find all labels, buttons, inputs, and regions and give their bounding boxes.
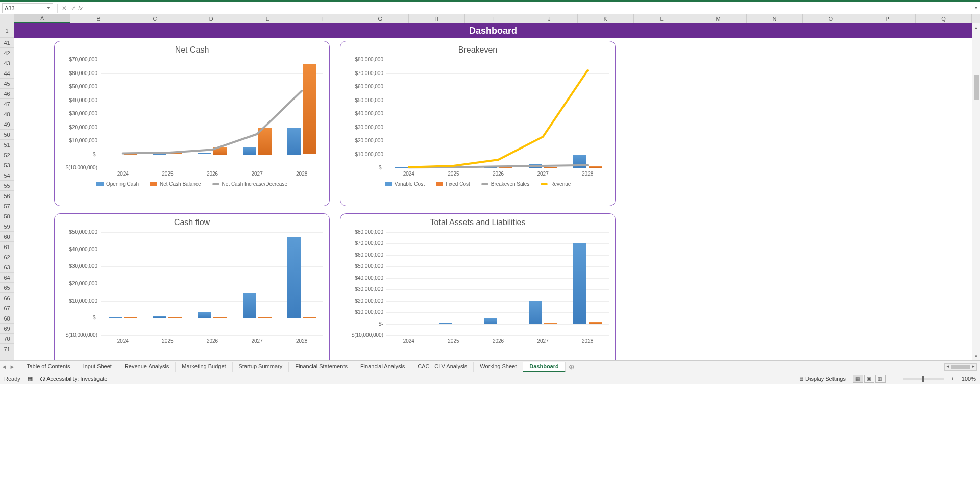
row-header-54[interactable]: 54	[0, 170, 14, 181]
column-header-A[interactable]: A	[14, 14, 70, 23]
column-header-G[interactable]: G	[352, 14, 408, 23]
expand-formula-bar-icon[interactable]: ▼	[972, 6, 980, 10]
row-header-53[interactable]: 53	[0, 160, 14, 170]
row-header-61[interactable]: 61	[0, 242, 14, 252]
row-header-56[interactable]: 56	[0, 191, 14, 201]
row-header-65[interactable]: 65	[0, 283, 14, 293]
tab-nav-prev-icon[interactable]: ◄	[0, 364, 8, 370]
row-header-66[interactable]: 66	[0, 293, 14, 303]
sheet-tab-financial-analysis[interactable]: Financial Analysis	[354, 362, 411, 372]
sheet-tab-input-sheet[interactable]: Input Sheet	[77, 362, 118, 372]
bar-opening-cash	[198, 153, 211, 155]
bar-fixed-cost	[589, 166, 602, 168]
row-header-57[interactable]: 57	[0, 201, 14, 211]
column-header-F[interactable]: F	[296, 14, 352, 23]
column-header-I[interactable]: I	[465, 14, 521, 23]
row-header-42[interactable]: 42	[0, 48, 14, 58]
x-axis-label: 2027	[251, 171, 262, 177]
column-header-B[interactable]: B	[70, 14, 127, 23]
column-header-N[interactable]: N	[747, 14, 803, 23]
select-all-cell[interactable]	[0, 14, 14, 23]
zoom-in-button[interactable]: +	[951, 376, 954, 382]
row-header-69[interactable]: 69	[0, 324, 14, 334]
column-header-P[interactable]: P	[859, 14, 915, 23]
row-header-70[interactable]: 70	[0, 334, 14, 344]
zoom-level[interactable]: 100%	[962, 376, 976, 382]
vertical-scrollbar[interactable]: ▲ ▼	[972, 23, 980, 360]
row-header-68[interactable]: 68	[0, 313, 14, 324]
net-cash-chart[interactable]: Net Cash$(10,000,000)$-$10,000,000$20,00…	[54, 41, 330, 206]
cash-flow-chart[interactable]: Cash flow$(10,000,000)$-$10,000,000$20,0…	[54, 213, 330, 360]
row-header-55[interactable]: 55	[0, 181, 14, 191]
column-header-O[interactable]: O	[803, 14, 859, 23]
row-header-59[interactable]: 59	[0, 221, 14, 232]
row-header-58[interactable]: 58	[0, 211, 14, 221]
sheet-tab-marketing-budget[interactable]: Marketing Budget	[176, 362, 232, 372]
horizontal-scrollbar[interactable]: ◄►	[944, 363, 977, 371]
row-header-60[interactable]: 60	[0, 232, 14, 242]
column-header-J[interactable]: J	[521, 14, 577, 23]
scrollbar-thumb[interactable]	[974, 75, 979, 100]
row-header-67[interactable]: 67	[0, 303, 14, 313]
column-header-C[interactable]: C	[127, 14, 183, 23]
assets-liabilities-chart[interactable]: Total Assets and Liabilities$(10,000,000…	[340, 213, 616, 360]
row-header-52[interactable]: 52	[0, 150, 14, 160]
column-header-Q[interactable]: Q	[916, 14, 972, 23]
zoom-out-button[interactable]: −	[893, 376, 896, 382]
scroll-up-icon[interactable]: ▲	[972, 23, 980, 32]
row-header-44[interactable]: 44	[0, 68, 14, 79]
sheet-tab-revenue-analysis[interactable]: Revenue Analysis	[118, 362, 176, 372]
row-header-48[interactable]: 48	[0, 109, 14, 119]
column-header-L[interactable]: L	[634, 14, 690, 23]
add-sheet-button[interactable]: ⊕	[566, 363, 578, 371]
bar-net-cash-balance	[124, 154, 137, 155]
column-header-K[interactable]: K	[578, 14, 634, 23]
sheet-canvas[interactable]: Dashboard Net Cash$(10,000,000)$-$10,000…	[14, 23, 972, 360]
column-header-M[interactable]: M	[690, 14, 746, 23]
sheet-tab-startup-summary[interactable]: Startup Summary	[233, 362, 289, 372]
sheet-tab-table-of-contents[interactable]: Table of Contents	[20, 362, 77, 372]
row-header-46[interactable]: 46	[0, 89, 14, 99]
row-header-1[interactable]: 1	[0, 23, 14, 38]
row-header-71[interactable]: 71	[0, 344, 14, 354]
bar-cash-flow	[153, 316, 166, 318]
macro-record-icon[interactable]: ▦	[28, 375, 33, 382]
row-header-64[interactable]: 64	[0, 273, 14, 283]
x-axis-label: 2025	[448, 338, 459, 344]
row-header-45[interactable]: 45	[0, 79, 14, 89]
zoom-slider[interactable]	[903, 378, 944, 380]
bar-opening-cash	[287, 128, 301, 155]
fx-icon[interactable]: fx	[78, 5, 83, 12]
page-break-view-button[interactable]: ▥	[875, 375, 886, 383]
display-settings-button[interactable]: 🖥 Display Settings	[798, 376, 846, 382]
breakeven-chart[interactable]: Breakeven$-$10,000,000$20,000,000$30,000…	[340, 41, 616, 206]
sheet-tab-financial-statements[interactable]: Financial Statements	[289, 362, 354, 372]
accessibility-status[interactable]: 🗘 Accessibility: Investigate	[40, 376, 108, 382]
row-header-63[interactable]: 63	[0, 262, 14, 273]
page-layout-view-button[interactable]: ▣	[864, 375, 874, 383]
row-header-43[interactable]: 43	[0, 58, 14, 68]
sheet-tab-working-sheet[interactable]: Working Sheet	[474, 362, 523, 372]
sheet-tab-cac---clv-analysis[interactable]: CAC - CLV Analysis	[411, 362, 474, 372]
sheet-tab-dashboard[interactable]: Dashboard	[523, 362, 565, 372]
column-header-D[interactable]: D	[183, 14, 239, 23]
tab-nav-next-icon[interactable]: ►	[8, 364, 16, 370]
cancel-formula-button[interactable]: ✕	[60, 5, 69, 12]
normal-view-button[interactable]: ▦	[853, 375, 863, 383]
row-header-62[interactable]: 62	[0, 252, 14, 262]
y-axis-label: $60,000,000	[61, 70, 97, 76]
x-axis-label: 2026	[493, 338, 504, 344]
scroll-down-icon[interactable]: ▼	[972, 352, 980, 360]
name-box[interactable]: A33 ▼	[2, 3, 53, 13]
column-header-E[interactable]: E	[239, 14, 296, 23]
tab-scroll-dots-icon[interactable]: ⋮	[938, 364, 942, 369]
column-header-H[interactable]: H	[409, 14, 465, 23]
row-header-50[interactable]: 50	[0, 130, 14, 140]
formula-input[interactable]	[86, 3, 972, 13]
row-header-51[interactable]: 51	[0, 140, 14, 150]
row-header-41[interactable]: 41	[0, 38, 14, 48]
row-header-49[interactable]: 49	[0, 119, 14, 130]
accept-formula-button[interactable]: ✓	[69, 5, 78, 12]
chevron-down-icon[interactable]: ▼	[46, 6, 51, 10]
row-header-47[interactable]: 47	[0, 99, 14, 109]
